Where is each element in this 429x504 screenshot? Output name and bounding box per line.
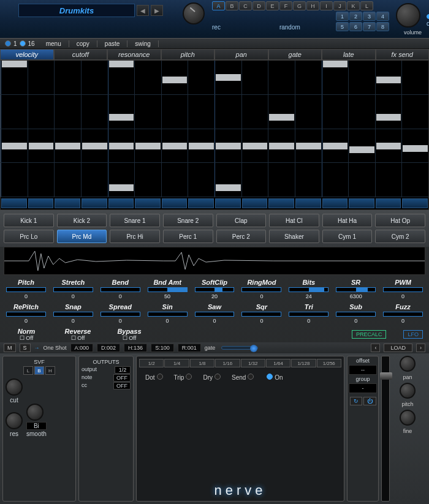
grid-cell[interactable] xyxy=(295,163,322,197)
grid-cell[interactable] xyxy=(295,129,322,163)
grid-cell[interactable] xyxy=(161,163,188,197)
pad-cym-1[interactable]: Cym 1 xyxy=(322,230,373,243)
sequencer-grid[interactable] xyxy=(0,60,429,210)
pad-prc-lo[interactable]: Prc Lo xyxy=(4,230,54,243)
grid-cell[interactable] xyxy=(375,163,402,197)
precalc-button[interactable]: PRECALC xyxy=(352,330,387,339)
grid-cell[interactable] xyxy=(268,163,295,197)
bank-button-H[interactable]: H xyxy=(306,1,319,10)
output-field[interactable]: 1/2 xyxy=(115,366,131,374)
param-bits[interactable]: Bits24 xyxy=(289,279,328,299)
pad-hat-cl[interactable]: Hat Cl xyxy=(269,214,319,227)
grid-cell[interactable] xyxy=(322,163,349,197)
grid-cell[interactable] xyxy=(81,129,108,163)
bank-button-A[interactable]: A xyxy=(212,1,225,10)
toggle-norm[interactable]: Norm☐ Off xyxy=(6,328,47,341)
step-button[interactable] xyxy=(322,198,348,208)
param-bnd-amt[interactable]: Bnd Amt50 xyxy=(148,279,188,299)
grid-cell[interactable] xyxy=(28,95,55,129)
pad-kick-1[interactable]: Kick 1 xyxy=(4,214,54,227)
preset-display[interactable]: Drumkits xyxy=(18,4,135,17)
offset-field[interactable]: -- xyxy=(349,365,377,375)
copy-button[interactable]: copy xyxy=(69,40,97,47)
grid-cell[interactable] xyxy=(295,95,322,129)
division-1-2[interactable]: 1/2 xyxy=(139,359,164,367)
division-1-32[interactable]: 1/32 xyxy=(241,359,265,367)
pad-perc-2[interactable]: Perc 2 xyxy=(216,230,267,243)
grid-cell[interactable] xyxy=(214,61,241,94)
grid-cell[interactable] xyxy=(401,163,428,197)
dot-toggle[interactable] xyxy=(157,374,163,380)
grid-cell[interactable] xyxy=(268,129,295,163)
grid-cell[interactable] xyxy=(348,129,375,163)
grid-cell[interactable] xyxy=(375,61,402,94)
grid-cell[interactable] xyxy=(1,95,28,129)
hold-field[interactable]: H:136 xyxy=(124,344,147,352)
grid-cell[interactable] xyxy=(108,163,135,197)
preset-next-button[interactable]: ▶ xyxy=(151,5,163,16)
grid-cell[interactable] xyxy=(28,163,55,197)
param-pitch[interactable]: Pitch0 xyxy=(6,279,46,299)
pad-prc-md[interactable]: Prc Md xyxy=(57,230,107,243)
bank-button-C[interactable]: C xyxy=(239,1,252,10)
pattern-button-5[interactable]: 5 xyxy=(336,22,349,31)
pitch-knob[interactable] xyxy=(400,383,416,399)
step-button[interactable] xyxy=(295,198,321,208)
bank-button-I[interactable]: I xyxy=(320,1,333,10)
smooth-knob[interactable] xyxy=(26,404,44,421)
bank-button-E[interactable]: E xyxy=(266,1,279,10)
pan-knob[interactable] xyxy=(400,356,416,372)
bank-button-J[interactable]: J xyxy=(333,1,346,10)
send-toggle[interactable] xyxy=(248,374,254,380)
mute-button[interactable]: M xyxy=(4,344,16,352)
resonance-knob[interactable] xyxy=(6,412,23,429)
grid-cell[interactable] xyxy=(134,61,161,94)
param-stretch[interactable]: Stretch0 xyxy=(53,279,93,299)
grid-cell[interactable] xyxy=(241,163,268,197)
seq-tab-velocity[interactable]: velocity xyxy=(0,49,54,60)
division-1-4[interactable]: 1/4 xyxy=(164,359,189,367)
pad-snare-2[interactable]: Snare 2 xyxy=(163,214,213,227)
grid-cell[interactable] xyxy=(161,95,188,129)
pattern-button-4[interactable]: 4 xyxy=(376,12,389,21)
param-ringmod[interactable]: RingMod0 xyxy=(241,279,281,299)
power-icon[interactable]: ⏻ xyxy=(363,397,376,405)
grid-cell[interactable] xyxy=(1,163,28,197)
pad-shaker[interactable]: Shaker xyxy=(269,230,319,243)
seq-tab-resonance[interactable]: resonance xyxy=(107,49,161,60)
gate-slider[interactable] xyxy=(221,346,258,350)
seq-tab-fx-send[interactable]: fx send xyxy=(376,49,430,60)
bank-button-G[interactable]: G xyxy=(293,1,306,10)
step-16-led[interactable] xyxy=(20,40,26,47)
grid-cell[interactable] xyxy=(401,61,428,94)
pad-hat-ha[interactable]: Hat Ha xyxy=(322,214,373,227)
grid-cell[interactable] xyxy=(214,95,241,129)
prev-sample-button[interactable]: ‹ xyxy=(371,344,380,352)
grid-cell[interactable] xyxy=(134,95,161,129)
pattern-button-1[interactable]: 1 xyxy=(336,12,349,21)
level-fader[interactable] xyxy=(381,356,390,502)
pattern-button-7[interactable]: 7 xyxy=(363,22,376,31)
step-button[interactable] xyxy=(28,198,54,208)
grid-cell[interactable] xyxy=(322,129,349,163)
param-tri[interactable]: Tri0 xyxy=(289,303,328,324)
bank-button-D[interactable]: D xyxy=(252,1,265,10)
grid-cell[interactable] xyxy=(241,61,268,94)
param-sub[interactable]: Sub0 xyxy=(336,303,376,324)
top-knob[interactable] xyxy=(183,2,205,24)
sustain-field[interactable]: S:100 xyxy=(151,344,174,352)
cutoff-knob[interactable] xyxy=(6,378,23,396)
param-bend[interactable]: Bend0 xyxy=(101,279,140,299)
bank-button-L[interactable]: L xyxy=(360,1,373,10)
filter-mode-H[interactable]: H xyxy=(45,366,55,375)
grid-cell[interactable] xyxy=(1,129,28,163)
bank-button-B[interactable]: B xyxy=(226,1,238,10)
filter-mode-B[interactable]: B xyxy=(34,366,44,375)
step-button[interactable] xyxy=(215,198,241,208)
loop-icon[interactable]: ↻ xyxy=(350,397,362,405)
grid-cell[interactable] xyxy=(241,129,268,163)
attack-field[interactable]: A:000 xyxy=(70,344,94,352)
grid-cell[interactable] xyxy=(54,61,81,94)
step-1-led[interactable] xyxy=(5,40,11,47)
step-button[interactable] xyxy=(135,198,161,208)
